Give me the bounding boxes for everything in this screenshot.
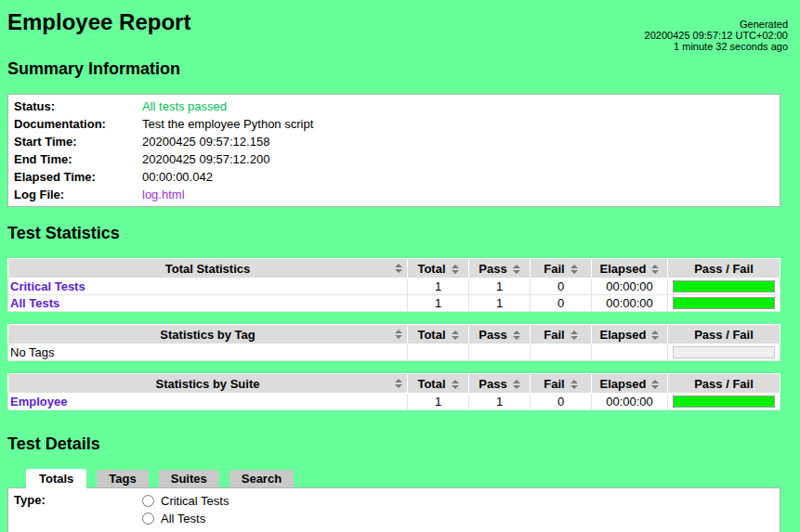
tab-search[interactable]: Search (230, 470, 294, 487)
column-header-total: Total (408, 374, 469, 394)
summary-box: Status: All tests passed Documentation: … (7, 94, 780, 207)
pass-fail-bar (673, 396, 775, 408)
sort-icon[interactable] (395, 330, 402, 339)
generated-label: Generated (645, 19, 788, 30)
table-title: Statistics by Suite (156, 377, 260, 391)
column-header-passfail: Pass / Fail (668, 374, 780, 394)
documentation-value: Test the employee Python script (142, 117, 313, 131)
critical-tests-radio[interactable] (142, 495, 154, 507)
status-value: All tests passed (142, 99, 227, 113)
column-header-passfail: Pass / Fail (668, 325, 780, 344)
start-time-value: 20200425 09:57:12.158 (142, 135, 269, 149)
total-cell (408, 344, 469, 361)
log-file-link[interactable]: log.html (142, 188, 185, 201)
table-row: All Tests 1 1 0 00:00:00 (8, 295, 780, 312)
radio-option-all-tests[interactable]: All Tests (140, 510, 229, 527)
all-tests-radio[interactable] (142, 513, 154, 525)
sort-icon[interactable] (570, 331, 578, 340)
summary-row-end-time: End Time: 20200425 09:57:12.200 (8, 150, 780, 168)
critical-tests-link[interactable]: Critical Tests (10, 279, 85, 293)
fail-cell: 0 (531, 279, 592, 295)
generated-info: Generated 20200425 09:57:12 UTC+02:00 1 … (645, 19, 788, 52)
fail-cell: 0 (531, 394, 592, 410)
documentation-label: Documentation: (14, 117, 142, 131)
column-header-fail: Fail (531, 325, 592, 344)
summary-row-log-file: Log File: log.html (8, 186, 780, 203)
elapsed-time-label: Elapsed Time: (14, 170, 142, 184)
sort-icon[interactable] (395, 379, 402, 388)
sort-icon[interactable] (570, 265, 578, 274)
employee-suite-link[interactable]: Employee (10, 395, 67, 409)
summary-heading: Summary Information (7, 59, 780, 78)
summary-row-start-time: Start Time: 20200425 09:57:12.158 (8, 133, 780, 150)
log-file-label: Log File: (14, 188, 142, 201)
fail-cell (531, 344, 592, 361)
elapsed-cell: 00:00:00 (592, 394, 668, 410)
no-tags-cell: No Tags (8, 344, 408, 361)
sort-icon[interactable] (651, 331, 659, 340)
pass-fail-bar (673, 297, 775, 309)
fail-cell: 0 (531, 295, 592, 312)
column-header-passfail: Pass / Fail (668, 259, 780, 279)
elapsed-cell: 00:00:00 (592, 295, 668, 312)
generated-ago: 1 minute 32 seconds ago (645, 41, 788, 52)
all-tests-link[interactable]: All Tests (10, 296, 59, 310)
table-title: Statistics by Tag (160, 328, 255, 342)
table-row: Critical Tests 1 1 0 00:00:00 (8, 279, 780, 295)
sort-icon[interactable] (513, 380, 520, 389)
pass-cell: 1 (469, 394, 531, 410)
suite-statistics-table: Statistics by Suite Total Pass Fail Elap… (7, 373, 780, 410)
sort-icon[interactable] (513, 331, 520, 340)
total-cell: 1 (408, 394, 469, 410)
report-page: Employee Report Generated 20200425 09:57… (0, 9, 800, 532)
sort-icon[interactable] (452, 380, 459, 389)
column-header-fail: Fail (531, 374, 592, 394)
details-heading: Test Details (7, 435, 780, 453)
pass-cell: 1 (469, 279, 531, 295)
sort-icon[interactable] (395, 264, 402, 273)
pass-cell (469, 344, 531, 361)
table-row: Employee 1 1 0 00:00:00 (8, 394, 780, 410)
total-cell: 1 (408, 295, 469, 312)
table-header-row: Statistics by Suite Total Pass Fail Elap… (8, 374, 780, 394)
column-header-elapsed: Elapsed (592, 374, 668, 394)
column-header-name: Statistics by Suite (8, 374, 408, 394)
sort-icon[interactable] (452, 265, 459, 274)
total-cell: 1 (408, 279, 469, 295)
pass-fail-bar (673, 280, 775, 292)
elapsed-cell (592, 344, 668, 361)
total-statistics-table: Total Statistics Total Pass Fail Elapsed… (7, 258, 780, 312)
column-header-pass: Pass (469, 325, 531, 344)
column-header-total: Total (408, 325, 469, 344)
radio-option-critical-tests[interactable]: Critical Tests (140, 492, 229, 510)
table-title: Total Statistics (165, 262, 251, 276)
tab-totals[interactable]: Totals (26, 469, 86, 489)
elapsed-time-value: 00:00:00.042 (142, 170, 213, 184)
summary-row-elapsed-time: Elapsed Time: 00:00:00.042 (8, 168, 780, 186)
pass-cell: 1 (469, 295, 531, 312)
statistics-heading: Test Statistics (7, 224, 780, 242)
table-row: No Tags (8, 344, 780, 361)
sort-icon[interactable] (452, 331, 459, 340)
details-panel: Type: Critical Tests All Tests (7, 487, 780, 532)
status-label: Status: (14, 99, 142, 113)
radio-label: All Tests (161, 512, 205, 526)
sort-icon[interactable] (651, 265, 659, 274)
column-header-elapsed: Elapsed (592, 259, 668, 279)
sort-icon[interactable] (513, 265, 520, 274)
summary-row-documentation: Documentation: Test the employee Python … (8, 115, 780, 133)
type-label: Type: (14, 492, 140, 527)
end-time-label: End Time: (14, 152, 142, 166)
radio-label: Critical Tests (161, 494, 229, 508)
table-header-row: Statistics by Tag Total Pass Fail Elapse… (8, 325, 780, 344)
column-header-total: Total (408, 259, 469, 279)
sort-icon[interactable] (570, 380, 578, 389)
tab-tags[interactable]: Tags (97, 470, 148, 487)
tab-suites[interactable]: Suites (159, 470, 219, 487)
pass-fail-bar (673, 346, 775, 358)
elapsed-cell: 00:00:00 (592, 279, 668, 295)
type-options: Critical Tests All Tests (140, 492, 229, 527)
generated-timestamp: 20200425 09:57:12 UTC+02:00 (645, 30, 788, 41)
sort-icon[interactable] (651, 380, 659, 389)
tag-statistics-table: Statistics by Tag Total Pass Fail Elapse… (7, 324, 780, 361)
